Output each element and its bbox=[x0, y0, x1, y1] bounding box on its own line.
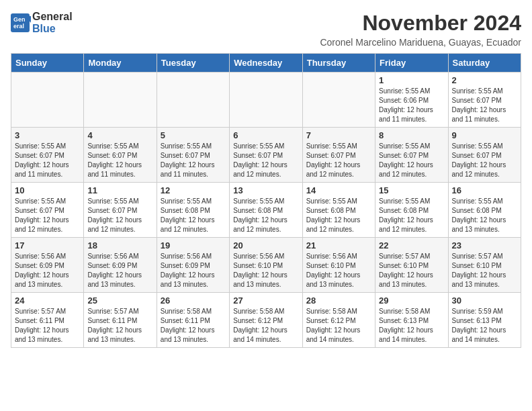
day-info: Sunrise: 5:55 AM Sunset: 6:08 PM Dayligh… bbox=[379, 197, 444, 234]
day-info: Sunrise: 5:56 AM Sunset: 6:10 PM Dayligh… bbox=[306, 252, 371, 289]
calendar-cell: 20Sunrise: 5:56 AM Sunset: 6:10 PM Dayli… bbox=[230, 238, 302, 293]
calendar-week-row: 1Sunrise: 5:55 AM Sunset: 6:06 PM Daylig… bbox=[11, 73, 521, 128]
day-number: 22 bbox=[379, 240, 444, 250]
day-info: Sunrise: 5:56 AM Sunset: 6:09 PM Dayligh… bbox=[15, 252, 80, 289]
calendar-week-row: 17Sunrise: 5:56 AM Sunset: 6:09 PM Dayli… bbox=[11, 238, 521, 293]
weekday-header-row: SundayMondayTuesdayWednesdayThursdayFrid… bbox=[11, 54, 521, 73]
calendar-table: SundayMondayTuesdayWednesdayThursdayFrid… bbox=[11, 53, 521, 348]
calendar-week-row: 3Sunrise: 5:55 AM Sunset: 6:07 PM Daylig… bbox=[11, 128, 521, 183]
calendar-cell: 30Sunrise: 5:59 AM Sunset: 6:13 PM Dayli… bbox=[448, 293, 521, 348]
calendar-cell: 6Sunrise: 5:55 AM Sunset: 6:07 PM Daylig… bbox=[230, 128, 302, 183]
calendar-cell: 29Sunrise: 5:58 AM Sunset: 6:13 PM Dayli… bbox=[375, 293, 448, 348]
calendar-cell: 15Sunrise: 5:55 AM Sunset: 6:08 PM Dayli… bbox=[375, 183, 448, 238]
day-info: Sunrise: 5:55 AM Sunset: 6:07 PM Dayligh… bbox=[87, 197, 152, 234]
svg-text:Gen: Gen bbox=[13, 16, 26, 23]
logo: Gen eral General Blue bbox=[11, 11, 73, 34]
calendar-cell: 16Sunrise: 5:55 AM Sunset: 6:08 PM Dayli… bbox=[448, 183, 521, 238]
day-number: 14 bbox=[306, 185, 371, 195]
calendar-cell: 14Sunrise: 5:55 AM Sunset: 6:08 PM Dayli… bbox=[302, 183, 375, 238]
day-number: 28 bbox=[306, 295, 371, 306]
day-info: Sunrise: 5:55 AM Sunset: 6:08 PM Dayligh… bbox=[306, 197, 371, 234]
day-number: 7 bbox=[306, 130, 371, 140]
calendar-cell: 1Sunrise: 5:55 AM Sunset: 6:06 PM Daylig… bbox=[375, 73, 448, 128]
day-info: Sunrise: 5:57 AM Sunset: 6:11 PM Dayligh… bbox=[15, 307, 80, 345]
calendar-week-row: 10Sunrise: 5:55 AM Sunset: 6:07 PM Dayli… bbox=[11, 183, 521, 238]
weekday-header-monday: Monday bbox=[84, 54, 157, 73]
day-number: 27 bbox=[233, 295, 298, 306]
day-info: Sunrise: 5:55 AM Sunset: 6:07 PM Dayligh… bbox=[15, 197, 80, 234]
day-number: 29 bbox=[379, 295, 444, 306]
calendar-cell: 3Sunrise: 5:55 AM Sunset: 6:07 PM Daylig… bbox=[11, 128, 84, 183]
day-number: 2 bbox=[452, 75, 517, 85]
calendar-cell: 27Sunrise: 5:58 AM Sunset: 6:12 PM Dayli… bbox=[230, 293, 302, 348]
day-number: 1 bbox=[379, 75, 444, 85]
calendar-cell: 5Sunrise: 5:55 AM Sunset: 6:07 PM Daylig… bbox=[157, 128, 229, 183]
day-info: Sunrise: 5:55 AM Sunset: 6:07 PM Dayligh… bbox=[379, 142, 444, 179]
day-number: 26 bbox=[161, 295, 226, 306]
weekday-header-wednesday: Wednesday bbox=[230, 54, 302, 73]
calendar-cell bbox=[230, 73, 302, 128]
calendar-cell: 26Sunrise: 5:58 AM Sunset: 6:11 PM Dayli… bbox=[157, 293, 229, 348]
title-area: November 2024 Coronel Marcelino Mariduen… bbox=[320, 11, 521, 48]
day-info: Sunrise: 5:58 AM Sunset: 6:12 PM Dayligh… bbox=[233, 307, 298, 345]
calendar-cell: 8Sunrise: 5:55 AM Sunset: 6:07 PM Daylig… bbox=[375, 128, 448, 183]
logo-blue: Blue bbox=[32, 23, 73, 35]
calendar-cell: 4Sunrise: 5:55 AM Sunset: 6:07 PM Daylig… bbox=[84, 128, 157, 183]
calendar-cell bbox=[11, 73, 84, 128]
calendar-cell: 28Sunrise: 5:58 AM Sunset: 6:12 PM Dayli… bbox=[302, 293, 375, 348]
weekday-header-thursday: Thursday bbox=[302, 54, 375, 73]
day-info: Sunrise: 5:55 AM Sunset: 6:07 PM Dayligh… bbox=[452, 87, 517, 124]
day-number: 12 bbox=[161, 185, 226, 195]
day-info: Sunrise: 5:55 AM Sunset: 6:07 PM Dayligh… bbox=[306, 142, 371, 179]
day-info: Sunrise: 5:55 AM Sunset: 6:08 PM Dayligh… bbox=[452, 197, 517, 234]
day-number: 6 bbox=[233, 130, 298, 140]
day-number: 24 bbox=[15, 295, 80, 306]
weekday-header-tuesday: Tuesday bbox=[157, 54, 229, 73]
day-number: 16 bbox=[452, 185, 517, 195]
logo-general: General bbox=[32, 11, 73, 23]
day-info: Sunrise: 5:58 AM Sunset: 6:12 PM Dayligh… bbox=[306, 307, 371, 345]
location-title: Coronel Marcelino Mariduena, Guayas, Ecu… bbox=[320, 37, 521, 48]
calendar-cell: 23Sunrise: 5:57 AM Sunset: 6:10 PM Dayli… bbox=[448, 238, 521, 293]
day-number: 17 bbox=[15, 240, 80, 250]
calendar-cell bbox=[84, 73, 157, 128]
day-number: 11 bbox=[87, 185, 152, 195]
calendar-cell bbox=[157, 73, 229, 128]
day-info: Sunrise: 5:56 AM Sunset: 6:09 PM Dayligh… bbox=[161, 252, 226, 289]
day-info: Sunrise: 5:55 AM Sunset: 6:07 PM Dayligh… bbox=[87, 142, 152, 179]
day-number: 4 bbox=[87, 130, 152, 140]
month-title: November 2024 bbox=[320, 11, 521, 36]
day-number: 19 bbox=[161, 240, 226, 250]
day-info: Sunrise: 5:58 AM Sunset: 6:13 PM Dayligh… bbox=[379, 307, 444, 345]
calendar-cell: 17Sunrise: 5:56 AM Sunset: 6:09 PM Dayli… bbox=[11, 238, 84, 293]
calendar-cell: 2Sunrise: 5:55 AM Sunset: 6:07 PM Daylig… bbox=[448, 73, 521, 128]
day-info: Sunrise: 5:57 AM Sunset: 6:10 PM Dayligh… bbox=[452, 252, 517, 289]
calendar-cell: 25Sunrise: 5:57 AM Sunset: 6:11 PM Dayli… bbox=[84, 293, 157, 348]
day-info: Sunrise: 5:56 AM Sunset: 6:09 PM Dayligh… bbox=[87, 252, 152, 289]
svg-text:eral: eral bbox=[13, 23, 24, 30]
calendar-cell: 11Sunrise: 5:55 AM Sunset: 6:07 PM Dayli… bbox=[84, 183, 157, 238]
day-info: Sunrise: 5:59 AM Sunset: 6:13 PM Dayligh… bbox=[452, 307, 517, 345]
calendar-cell: 12Sunrise: 5:55 AM Sunset: 6:08 PM Dayli… bbox=[157, 183, 229, 238]
day-number: 18 bbox=[87, 240, 152, 250]
weekday-header-friday: Friday bbox=[375, 54, 448, 73]
day-info: Sunrise: 5:55 AM Sunset: 6:07 PM Dayligh… bbox=[161, 142, 226, 179]
day-number: 10 bbox=[15, 185, 80, 195]
calendar-cell: 24Sunrise: 5:57 AM Sunset: 6:11 PM Dayli… bbox=[11, 293, 84, 348]
logo-icon: Gen eral bbox=[11, 13, 31, 32]
calendar-week-row: 24Sunrise: 5:57 AM Sunset: 6:11 PM Dayli… bbox=[11, 293, 521, 348]
day-info: Sunrise: 5:56 AM Sunset: 6:10 PM Dayligh… bbox=[233, 252, 298, 289]
day-number: 8 bbox=[379, 130, 444, 140]
day-info: Sunrise: 5:55 AM Sunset: 6:06 PM Dayligh… bbox=[379, 87, 444, 124]
day-number: 15 bbox=[379, 185, 444, 195]
day-number: 3 bbox=[15, 130, 80, 140]
weekday-header-sunday: Sunday bbox=[11, 54, 84, 73]
day-number: 5 bbox=[161, 130, 226, 140]
calendar-cell bbox=[302, 73, 375, 128]
calendar-cell: 7Sunrise: 5:55 AM Sunset: 6:07 PM Daylig… bbox=[302, 128, 375, 183]
calendar-cell: 19Sunrise: 5:56 AM Sunset: 6:09 PM Dayli… bbox=[157, 238, 229, 293]
calendar-cell: 22Sunrise: 5:57 AM Sunset: 6:10 PM Dayli… bbox=[375, 238, 448, 293]
day-info: Sunrise: 5:55 AM Sunset: 6:08 PM Dayligh… bbox=[233, 197, 298, 234]
day-number: 30 bbox=[452, 295, 517, 306]
day-number: 9 bbox=[452, 130, 517, 140]
